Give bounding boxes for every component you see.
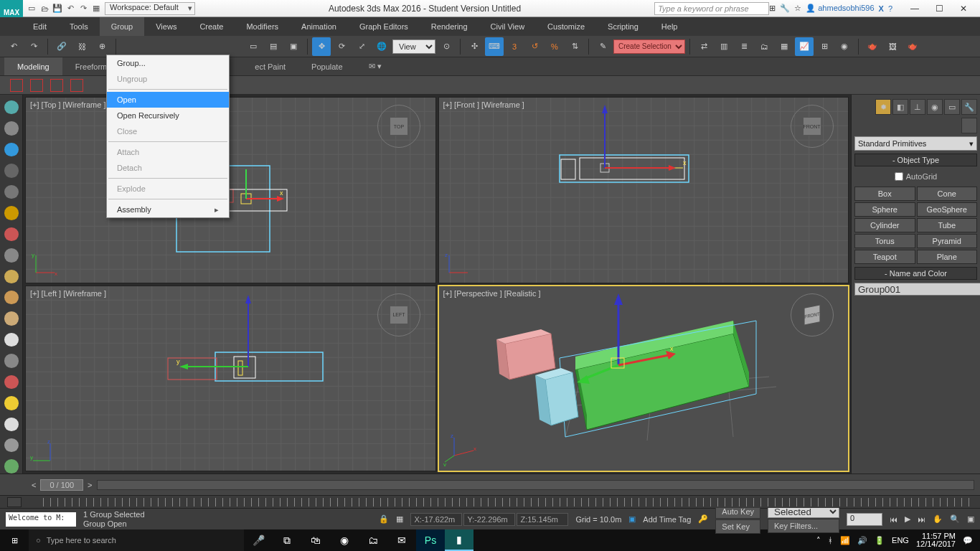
lt-icon-9[interactable] — [4, 270, 19, 283]
tab-display-icon[interactable]: ▭ — [944, 99, 960, 115]
select-name-icon[interactable]: ▤ — [264, 37, 283, 56]
tray-overflow-icon[interactable]: ˄ — [816, 536, 821, 545]
lt-icon-17[interactable] — [4, 438, 19, 452]
named-sel-edit-icon[interactable]: ✎ — [593, 37, 612, 56]
lt-icon-5[interactable] — [4, 185, 19, 199]
favorite-icon[interactable]: ☆ — [794, 4, 801, 13]
menu-animation[interactable]: Animation — [290, 17, 348, 36]
lt-icon-7[interactable] — [4, 227, 19, 241]
taskbar-search[interactable]: ○ Type here to search — [29, 529, 244, 551]
autogrid-checkbox[interactable]: AutoGrid — [854, 169, 977, 184]
use-center-icon[interactable]: ⊙ — [437, 37, 456, 56]
poly-mode-1-icon[interactable] — [10, 79, 23, 92]
coord-y[interactable]: Y: -22.296m — [463, 513, 515, 526]
rotate-tool[interactable]: ⟳ — [332, 37, 351, 56]
cortana-mic-icon[interactable]: 🎤 — [244, 529, 273, 551]
primitive-cone[interactable]: Cone — [917, 187, 978, 201]
minimize-button[interactable]: — — [903, 1, 927, 17]
tab-create-icon[interactable]: ✹ — [875, 99, 891, 115]
primitive-box[interactable]: Box — [854, 187, 915, 201]
timeline-ruler[interactable] — [0, 495, 980, 508]
ref-coord-icon[interactable]: 🌐 — [372, 37, 391, 56]
tray-network-icon[interactable]: 📶 — [840, 536, 850, 545]
coord-z[interactable]: Z: 15.145m — [517, 513, 568, 526]
taskbar-explorer-icon[interactable]: 🗂 — [359, 529, 387, 551]
lt-icon-10[interactable] — [4, 291, 19, 304]
menu-create[interactable]: Create — [188, 17, 235, 36]
move-tool[interactable]: ✥ — [312, 37, 331, 56]
lt-icon-6[interactable] — [4, 206, 19, 220]
signed-in-user[interactable]: 👤 ahmedsobhi596 — [806, 4, 874, 13]
keyboard-shortcut-icon[interactable]: ⌨ — [485, 37, 504, 56]
lt-icon-8[interactable] — [4, 248, 19, 262]
redo-icon[interactable]: ↷ — [77, 3, 89, 14]
menu-help[interactable]: Help — [650, 17, 689, 36]
name-color-rollout-header[interactable]: - Name and Color — [854, 267, 977, 280]
spinner-snap-icon[interactable]: ⇅ — [565, 37, 584, 56]
ribbon-toggle-icon[interactable]: ▦ — [775, 37, 793, 56]
primitive-plane[interactable]: Plane — [917, 250, 978, 264]
undo-button[interactable]: ↶ — [4, 37, 23, 56]
primitive-sphere[interactable]: Sphere — [854, 202, 915, 217]
tray-bluetooth-icon[interactable]: ᚼ — [828, 536, 833, 545]
open-file-icon[interactable]: 🗁 — [39, 3, 50, 14]
category-dropdown[interactable]: Standard Primitives▾ — [854, 136, 977, 151]
ribbon-config-icon[interactable]: ✉ ▾ — [356, 57, 395, 75]
new-file-icon[interactable]: ▭ — [26, 3, 37, 14]
isolate-icon[interactable]: ▦ — [396, 514, 403, 524]
render-setup-icon[interactable]: 🫖 — [863, 37, 882, 56]
ribbon-tab-object-paint[interactable]: ect Paint — [242, 57, 298, 75]
lt-icon-3[interactable] — [4, 143, 19, 156]
align-icon[interactable]: ▥ — [715, 37, 733, 56]
time-slider-track[interactable] — [97, 480, 974, 490]
viewport-nav-pan-icon[interactable]: ✋ — [933, 514, 943, 524]
play-controls-next-icon[interactable]: ⏭ — [918, 515, 925, 524]
menu-group[interactable]: Group — [100, 17, 145, 36]
maximize-button[interactable]: ☐ — [927, 1, 951, 17]
material-editor-icon[interactable]: ◉ — [835, 37, 854, 56]
viewport-nav-zoom-icon[interactable]: 🔍 — [950, 514, 960, 524]
add-time-tag[interactable]: Add Time Tag — [643, 515, 691, 524]
lt-icon-4[interactable] — [4, 164, 19, 177]
lt-icon-2[interactable] — [4, 121, 19, 135]
frame-indicator[interactable]: 0 / 100 — [40, 479, 83, 491]
render-frame-icon[interactable]: 🖼 — [883, 37, 902, 56]
primitive-tube[interactable]: Tube — [917, 218, 978, 232]
lt-icon-13[interactable] — [4, 354, 19, 367]
save-icon[interactable]: 💾 — [52, 3, 63, 14]
task-view-icon[interactable]: ⧉ — [273, 529, 301, 551]
menu-civil-view[interactable]: Civil View — [479, 17, 536, 36]
poly-mode-2-icon[interactable] — [30, 79, 43, 92]
tray-notifications-icon[interactable]: 💬 — [963, 536, 973, 545]
primitive-torus[interactable]: Torus — [854, 234, 915, 248]
menu-modifiers[interactable]: Modifiers — [235, 17, 290, 36]
coord-x[interactable]: X: -17.622m — [410, 513, 462, 526]
menu-tools[interactable]: Tools — [58, 17, 100, 36]
object-name-input[interactable] — [854, 283, 980, 296]
primitive-cylinder[interactable]: Cylinder — [854, 218, 915, 232]
close-button[interactable]: ✕ — [951, 1, 976, 17]
play-controls-prev-icon[interactable]: ⏮ — [890, 515, 897, 524]
play-controls-play-icon[interactable]: ▶ — [905, 514, 910, 524]
viewport-left[interactable]: [+] [Left ] [Wireframe ] LEFT y y z — [25, 286, 436, 472]
menu-views[interactable]: Views — [144, 17, 188, 36]
layers-icon[interactable]: ≣ — [735, 37, 753, 56]
curve-editor-icon[interactable]: 📈 — [795, 37, 814, 56]
poly-mode-3-icon[interactable] — [50, 79, 63, 92]
wrench-icon[interactable]: 🔧 — [780, 4, 790, 13]
group-menu-open-recursively[interactable]: Open Recursively — [107, 108, 229, 123]
workspace-dropdown[interactable]: Workspace: Default — [105, 2, 195, 15]
tray-date[interactable]: 12/14/2017 — [916, 540, 956, 548]
tray-language[interactable]: ENG — [892, 536, 909, 545]
schematic-view-icon[interactable]: ⊞ — [815, 37, 834, 56]
bind-icon[interactable]: ⊕ — [93, 37, 111, 56]
group-menu-open[interactable]: Open — [107, 92, 229, 108]
object-type-rollout-header[interactable]: - Object Type — [854, 154, 977, 166]
exchange-icon[interactable]: X — [879, 4, 884, 13]
menu-rendering[interactable]: Rendering — [420, 17, 479, 36]
redo-button[interactable]: ↷ — [24, 37, 43, 56]
select-object-icon[interactable]: ▭ — [244, 37, 263, 56]
tab-motion-icon[interactable]: ◉ — [927, 99, 943, 115]
time-slider-scrub-right[interactable]: > — [88, 481, 92, 489]
angle-snap-icon[interactable]: ↺ — [525, 37, 544, 56]
